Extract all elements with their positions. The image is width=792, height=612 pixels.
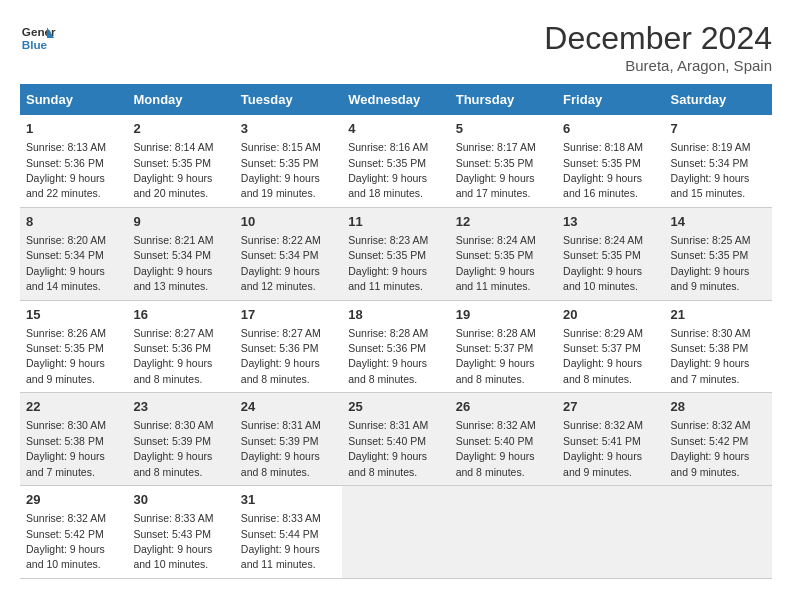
location: Bureta, Aragon, Spain	[544, 57, 772, 74]
daylight-info: Daylight: 9 hours and 11 minutes.	[456, 265, 535, 292]
sunset-info: Sunset: 5:36 PM	[348, 342, 426, 354]
sunrise-info: Sunrise: 8:28 AM	[348, 327, 428, 339]
header-monday: Monday	[127, 84, 234, 115]
sunset-info: Sunset: 5:44 PM	[241, 528, 319, 540]
calendar-cell: 4 Sunrise: 8:16 AM Sunset: 5:35 PM Dayli…	[342, 115, 449, 207]
sunrise-info: Sunrise: 8:25 AM	[671, 234, 751, 246]
daylight-info: Daylight: 9 hours and 12 minutes.	[241, 265, 320, 292]
sunrise-info: Sunrise: 8:20 AM	[26, 234, 106, 246]
calendar-cell: 19 Sunrise: 8:28 AM Sunset: 5:37 PM Dayl…	[450, 300, 557, 393]
logo: General Blue	[20, 20, 56, 56]
sunrise-info: Sunrise: 8:32 AM	[671, 419, 751, 431]
sunset-info: Sunset: 5:36 PM	[26, 157, 104, 169]
sunset-info: Sunset: 5:43 PM	[133, 528, 211, 540]
daylight-info: Daylight: 9 hours and 9 minutes.	[671, 265, 750, 292]
daylight-info: Daylight: 9 hours and 18 minutes.	[348, 172, 427, 199]
sunset-info: Sunset: 5:35 PM	[348, 157, 426, 169]
daylight-info: Daylight: 9 hours and 22 minutes.	[26, 172, 105, 199]
day-number: 6	[563, 120, 658, 138]
day-number: 11	[348, 213, 443, 231]
calendar-cell: 6 Sunrise: 8:18 AM Sunset: 5:35 PM Dayli…	[557, 115, 664, 207]
header-friday: Friday	[557, 84, 664, 115]
daylight-info: Daylight: 9 hours and 8 minutes.	[133, 450, 212, 477]
calendar-cell: 14 Sunrise: 8:25 AM Sunset: 5:35 PM Dayl…	[665, 207, 772, 300]
sunrise-info: Sunrise: 8:28 AM	[456, 327, 536, 339]
svg-text:Blue: Blue	[22, 38, 48, 51]
calendar-cell: 28 Sunrise: 8:32 AM Sunset: 5:42 PM Dayl…	[665, 393, 772, 486]
sunset-info: Sunset: 5:35 PM	[456, 249, 534, 261]
daylight-info: Daylight: 9 hours and 8 minutes.	[241, 450, 320, 477]
sunset-info: Sunset: 5:34 PM	[26, 249, 104, 261]
header-thursday: Thursday	[450, 84, 557, 115]
daylight-info: Daylight: 9 hours and 8 minutes.	[348, 450, 427, 477]
sunset-info: Sunset: 5:35 PM	[241, 157, 319, 169]
day-number: 27	[563, 398, 658, 416]
weekday-header-row: Sunday Monday Tuesday Wednesday Thursday…	[20, 84, 772, 115]
daylight-info: Daylight: 9 hours and 9 minutes.	[563, 450, 642, 477]
day-number: 28	[671, 398, 766, 416]
sunrise-info: Sunrise: 8:26 AM	[26, 327, 106, 339]
page-header: General Blue December 2024 Bureta, Arago…	[20, 20, 772, 74]
sunset-info: Sunset: 5:34 PM	[241, 249, 319, 261]
sunrise-info: Sunrise: 8:16 AM	[348, 141, 428, 153]
calendar-row: 29 Sunrise: 8:32 AM Sunset: 5:42 PM Dayl…	[20, 486, 772, 579]
day-number: 29	[26, 491, 121, 509]
daylight-info: Daylight: 9 hours and 9 minutes.	[26, 357, 105, 384]
sunset-info: Sunset: 5:36 PM	[241, 342, 319, 354]
day-number: 1	[26, 120, 121, 138]
daylight-info: Daylight: 9 hours and 8 minutes.	[456, 450, 535, 477]
calendar-cell: 8 Sunrise: 8:20 AM Sunset: 5:34 PM Dayli…	[20, 207, 127, 300]
daylight-info: Daylight: 9 hours and 8 minutes.	[241, 357, 320, 384]
header-wednesday: Wednesday	[342, 84, 449, 115]
day-number: 26	[456, 398, 551, 416]
daylight-info: Daylight: 9 hours and 20 minutes.	[133, 172, 212, 199]
sunrise-info: Sunrise: 8:21 AM	[133, 234, 213, 246]
sunset-info: Sunset: 5:38 PM	[671, 342, 749, 354]
sunset-info: Sunset: 5:41 PM	[563, 435, 641, 447]
day-number: 25	[348, 398, 443, 416]
day-number: 21	[671, 306, 766, 324]
day-number: 24	[241, 398, 336, 416]
calendar-cell: 21 Sunrise: 8:30 AM Sunset: 5:38 PM Dayl…	[665, 300, 772, 393]
day-number: 31	[241, 491, 336, 509]
sunrise-info: Sunrise: 8:23 AM	[348, 234, 428, 246]
day-number: 19	[456, 306, 551, 324]
daylight-info: Daylight: 9 hours and 10 minutes.	[563, 265, 642, 292]
sunrise-info: Sunrise: 8:13 AM	[26, 141, 106, 153]
calendar-cell: 10 Sunrise: 8:22 AM Sunset: 5:34 PM Dayl…	[235, 207, 342, 300]
daylight-info: Daylight: 9 hours and 7 minutes.	[26, 450, 105, 477]
sunset-info: Sunset: 5:34 PM	[133, 249, 211, 261]
day-number: 12	[456, 213, 551, 231]
calendar-table: Sunday Monday Tuesday Wednesday Thursday…	[20, 84, 772, 579]
sunset-info: Sunset: 5:37 PM	[456, 342, 534, 354]
calendar-cell	[342, 486, 449, 579]
sunset-info: Sunset: 5:42 PM	[671, 435, 749, 447]
sunrise-info: Sunrise: 8:33 AM	[241, 512, 321, 524]
sunrise-info: Sunrise: 8:32 AM	[563, 419, 643, 431]
calendar-cell: 18 Sunrise: 8:28 AM Sunset: 5:36 PM Dayl…	[342, 300, 449, 393]
sunset-info: Sunset: 5:35 PM	[348, 249, 426, 261]
day-number: 9	[133, 213, 228, 231]
day-number: 2	[133, 120, 228, 138]
sunrise-info: Sunrise: 8:33 AM	[133, 512, 213, 524]
sunset-info: Sunset: 5:35 PM	[26, 342, 104, 354]
day-number: 23	[133, 398, 228, 416]
sunrise-info: Sunrise: 8:24 AM	[563, 234, 643, 246]
daylight-info: Daylight: 9 hours and 14 minutes.	[26, 265, 105, 292]
day-number: 22	[26, 398, 121, 416]
sunset-info: Sunset: 5:35 PM	[563, 249, 641, 261]
sunset-info: Sunset: 5:35 PM	[456, 157, 534, 169]
day-number: 4	[348, 120, 443, 138]
sunrise-info: Sunrise: 8:29 AM	[563, 327, 643, 339]
title-block: December 2024 Bureta, Aragon, Spain	[544, 20, 772, 74]
sunrise-info: Sunrise: 8:32 AM	[26, 512, 106, 524]
daylight-info: Daylight: 9 hours and 8 minutes.	[133, 357, 212, 384]
calendar-cell: 30 Sunrise: 8:33 AM Sunset: 5:43 PM Dayl…	[127, 486, 234, 579]
daylight-info: Daylight: 9 hours and 10 minutes.	[26, 543, 105, 570]
sunrise-info: Sunrise: 8:15 AM	[241, 141, 321, 153]
daylight-info: Daylight: 9 hours and 15 minutes.	[671, 172, 750, 199]
calendar-cell: 1 Sunrise: 8:13 AM Sunset: 5:36 PM Dayli…	[20, 115, 127, 207]
calendar-cell: 12 Sunrise: 8:24 AM Sunset: 5:35 PM Dayl…	[450, 207, 557, 300]
sunrise-info: Sunrise: 8:32 AM	[456, 419, 536, 431]
sunset-info: Sunset: 5:38 PM	[26, 435, 104, 447]
